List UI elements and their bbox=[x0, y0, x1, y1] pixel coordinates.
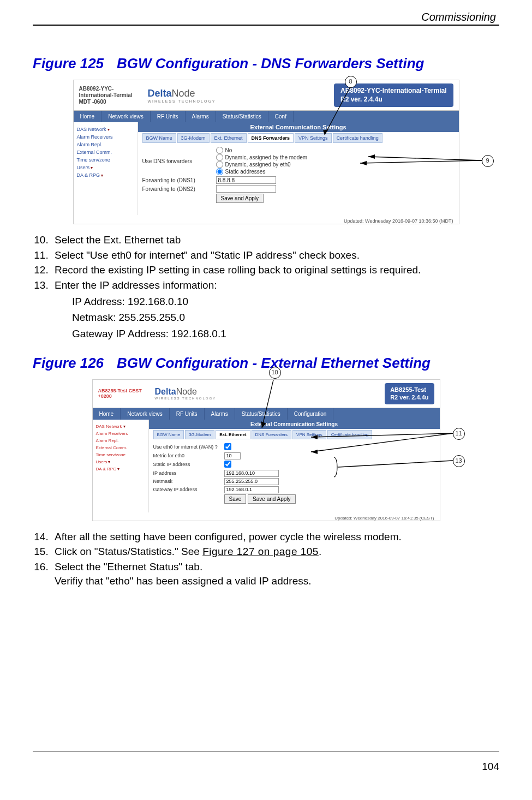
fwd2-input[interactable] bbox=[216, 185, 276, 193]
sidebar-item[interactable]: Users bbox=[96, 458, 145, 465]
use-eth0-label: Use eth0 for internet (WAN) ? bbox=[153, 444, 224, 450]
fwd1-input[interactable] bbox=[216, 176, 276, 184]
tab[interactable]: Certificate handling bbox=[327, 430, 372, 439]
callout-9: 9 bbox=[482, 155, 494, 167]
figure-125-wrap: AB8092-YYC-International-Termial MDT -06… bbox=[33, 80, 499, 224]
sidebar-item[interactable]: Time serv/zone bbox=[77, 156, 134, 164]
dns-radio[interactable] bbox=[216, 147, 223, 154]
brand-subtitle: Wireless Technology bbox=[155, 397, 217, 400]
tab[interactable]: Certificate handling bbox=[333, 133, 382, 143]
save-apply-button[interactable]: Save and Apply bbox=[216, 194, 264, 203]
dns-radio-label: Dynamic, assigned by eth0 bbox=[225, 162, 291, 168]
sidebar: DAS NetworkAlarm ReceiversAlarm Repl.Ext… bbox=[93, 420, 149, 512]
dns-radio-label: No bbox=[225, 147, 232, 153]
sidebar-item[interactable]: External Comm. bbox=[96, 444, 145, 451]
nav-item[interactable]: Network views bbox=[121, 408, 169, 420]
step-item: Record the existing IP setting in case r… bbox=[51, 263, 499, 277]
figure-125-title: Figure 125BGW Configuration - DNS Forwar… bbox=[33, 55, 499, 72]
nav-item[interactable]: Status/Statistics bbox=[235, 408, 288, 420]
tab[interactable]: Ext. Ethernet bbox=[216, 430, 250, 439]
sidebar-item[interactable]: DA & RPG bbox=[77, 171, 134, 179]
step-item: Select the Ext. Ethernet tab bbox=[51, 233, 499, 247]
steps-list-b: After all the setting have been configur… bbox=[33, 530, 499, 588]
step-item: Enter the IP addresses information: bbox=[51, 278, 499, 292]
badge-line2: R2 ver. 2.4.4u bbox=[390, 393, 428, 401]
screenshot-dns-forwarders: AB8092-YYC-International-Termial MDT -06… bbox=[73, 80, 459, 224]
callout-8: 8 bbox=[345, 76, 357, 88]
nav-item[interactable]: Alarms bbox=[205, 408, 235, 420]
dns-radio[interactable] bbox=[216, 154, 223, 161]
nav-item[interactable]: RF Units bbox=[151, 111, 186, 122]
nav-item[interactable]: Home bbox=[93, 408, 121, 420]
step-sub-item: IP Address: 192.168.0.10 bbox=[72, 294, 499, 309]
callout-11: 11 bbox=[453, 428, 465, 440]
tab[interactable]: VPN Settings bbox=[292, 430, 326, 439]
dns-radio[interactable] bbox=[216, 161, 223, 168]
site-name: AB8255-Test CEST +0200 bbox=[98, 388, 147, 400]
running-head: Commissioning bbox=[33, 11, 499, 23]
main-nav: HomeNetwork viewsRF UnitsAlarmsStatus/St… bbox=[93, 408, 440, 420]
sidebar-item[interactable]: External Comm. bbox=[77, 148, 134, 156]
tab[interactable]: BGW Name bbox=[153, 430, 184, 439]
dns-radio-label: Static addresses bbox=[225, 169, 266, 175]
tab[interactable]: 3G-Modem bbox=[177, 133, 210, 143]
nav-item[interactable]: Network views bbox=[101, 111, 150, 122]
dns-radio-group: NoDynamic, assigned by the modemDynamic,… bbox=[216, 147, 455, 175]
footer-rule bbox=[33, 751, 499, 751]
tab[interactable]: VPN Settings bbox=[295, 133, 332, 143]
gateway-label: Gateway IP address bbox=[153, 487, 224, 492]
nav-item[interactable]: Configuration bbox=[288, 408, 333, 420]
netmask-input[interactable] bbox=[224, 478, 279, 485]
figure-125-label: Figure 125 bbox=[33, 55, 104, 71]
tab[interactable]: DNS Forwarders bbox=[252, 430, 292, 439]
step-sub-item: Gateway IP Address: 192.168.0.1 bbox=[72, 326, 499, 342]
static-ip-label: Static IP address bbox=[153, 462, 224, 467]
tab[interactable]: 3G-Modem bbox=[185, 430, 214, 439]
static-ip-checkbox[interactable] bbox=[224, 461, 231, 468]
header-rule bbox=[33, 25, 499, 26]
device-badge: AB8255-Test R2 ver. 2.4.4u bbox=[385, 383, 434, 404]
use-eth0-checkbox[interactable] bbox=[224, 443, 231, 450]
step-sub-item: Netmask: 255.255.255.0 bbox=[72, 309, 499, 325]
updated-timestamp: Updated: Wednesday 2016-09-07 16:41:35 (… bbox=[93, 512, 440, 521]
figure-125-caption: BGW Configuration - DNS Forwarders Setti… bbox=[117, 55, 424, 71]
nav-item[interactable]: Status/Statistics bbox=[216, 111, 268, 122]
metric-input[interactable] bbox=[224, 452, 241, 459]
save-apply-button[interactable]: Save and Apply bbox=[248, 494, 296, 504]
main-panel: External Communication Settings BGW Name… bbox=[138, 122, 459, 215]
sidebar-item[interactable]: Alarm Receivers bbox=[77, 133, 134, 141]
dns-radio[interactable] bbox=[216, 168, 223, 175]
sidebar-item[interactable]: Alarm Receivers bbox=[96, 430, 145, 437]
nav-item[interactable]: Alarms bbox=[186, 111, 216, 122]
tab[interactable]: BGW Name bbox=[142, 133, 176, 143]
nav-item[interactable]: Conf bbox=[268, 111, 294, 122]
figure-xref[interactable]: Figure 127 on page 105 bbox=[202, 546, 319, 557]
sidebar-item[interactable]: Time serv/zone bbox=[96, 451, 145, 458]
sidebar-item[interactable]: Users bbox=[77, 164, 134, 171]
main-panel: External Communication Settings BGW Name… bbox=[149, 420, 440, 512]
sidebar-item[interactable]: Alarm Repl. bbox=[77, 141, 134, 148]
nav-item[interactable]: Home bbox=[74, 111, 102, 122]
sidebar-item[interactable]: DA & RPG bbox=[96, 465, 145, 473]
ip-label: IP address bbox=[153, 470, 224, 476]
use-dns-label: Use DNS forwarders bbox=[142, 158, 216, 164]
nav-item[interactable]: RF Units bbox=[170, 408, 205, 420]
screenshot-ext-ethernet: AB8255-Test CEST +0200 DeltaNode Wireles… bbox=[92, 379, 440, 521]
sidebar-item[interactable]: DAS Network bbox=[96, 423, 145, 430]
step-item: After all the setting have been configur… bbox=[51, 530, 499, 544]
sidebar: DAS NetworkAlarm ReceiversAlarm Repl.Ext… bbox=[74, 122, 138, 215]
steps-list-a: Select the Ext. Ethernet tabSelect "Use … bbox=[33, 233, 499, 292]
save-button[interactable]: Save bbox=[224, 494, 247, 504]
updated-timestamp: Updated: Wednesday 2016-09-07 10:36:50 (… bbox=[74, 215, 459, 224]
section-title: External Communication Settings bbox=[149, 420, 440, 429]
gateway-input[interactable] bbox=[224, 486, 279, 493]
callout-10: 10 bbox=[269, 367, 281, 379]
steps-a-sub: IP Address: 192.168.0.10Netmask: 255.255… bbox=[33, 294, 499, 342]
ip-input[interactable] bbox=[224, 470, 279, 477]
sidebar-item[interactable]: Alarm Repl. bbox=[96, 437, 145, 444]
sidebar-item[interactable]: DAS Network bbox=[77, 126, 134, 133]
tab[interactable]: Ext. Ethernet bbox=[211, 133, 247, 143]
netmask-label: Netmask bbox=[153, 479, 224, 484]
step-item: Click on "Status/Statistics." See Figure… bbox=[51, 545, 499, 559]
tab[interactable]: DNS Forwarders bbox=[248, 133, 294, 143]
